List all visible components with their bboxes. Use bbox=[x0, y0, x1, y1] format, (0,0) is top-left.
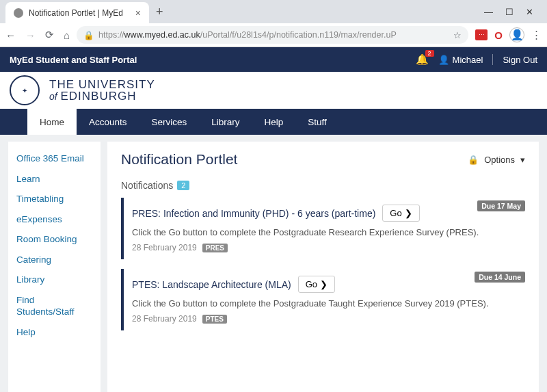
reload-icon[interactable]: ⟳ bbox=[45, 29, 54, 41]
nav-tab-library[interactable]: Library bbox=[199, 109, 252, 135]
options-menu[interactable]: 🔒 Options▾ bbox=[468, 155, 525, 165]
sidebar-item[interactable]: eExpenses bbox=[8, 209, 101, 230]
sidebar-item[interactable]: Help bbox=[8, 322, 101, 343]
star-icon[interactable]: ☆ bbox=[453, 30, 462, 40]
notif-description: Click the Go button to complete the Post… bbox=[132, 227, 517, 237]
section-title: Notifications 2 bbox=[121, 180, 525, 191]
browser-tab[interactable]: Notification Portlet | MyEd × bbox=[5, 2, 149, 24]
user-icon: 👤 bbox=[438, 55, 449, 65]
notif-title: PTES: Landscape Architecture (MLA) bbox=[132, 279, 291, 290]
forward-icon[interactable]: → bbox=[25, 29, 36, 41]
page-title: Notification Portlet bbox=[121, 151, 237, 168]
back-icon[interactable]: ← bbox=[5, 29, 16, 41]
user-menu[interactable]: 👤 Michael bbox=[438, 55, 483, 65]
profile-icon[interactable]: 👤 bbox=[509, 27, 524, 42]
uni-line-1: THE UNIVERSITY bbox=[49, 79, 155, 90]
sidebar-item[interactable]: Office 365 Email bbox=[8, 148, 101, 169]
options-label: Options bbox=[484, 155, 515, 165]
url-prefix: https:// bbox=[98, 30, 124, 40]
due-badge: Due 14 June bbox=[475, 272, 525, 283]
notif-tag: PTES bbox=[202, 315, 227, 324]
content-panel: Notification Portlet 🔒 Options▾ Notifica… bbox=[107, 142, 539, 392]
sidebar-item[interactable]: Catering bbox=[8, 250, 101, 270]
lock-icon: 🔒 bbox=[468, 155, 479, 165]
due-badge: Due 17 May bbox=[477, 200, 525, 211]
divider bbox=[492, 54, 493, 65]
opera-icon[interactable]: O bbox=[494, 29, 503, 41]
url-host: www.myed.ed.ac.uk bbox=[124, 30, 200, 40]
nav-tab-home[interactable]: Home bbox=[27, 109, 77, 135]
minimize-icon[interactable]: — bbox=[484, 7, 493, 17]
tab-bar: Notification Portlet | MyEd × + — ☐ ✕ bbox=[0, 0, 547, 23]
notif-date: 28 February 2019 bbox=[132, 243, 197, 252]
logo-band: ✦ THE UNIVERSITY of EDINBURGH bbox=[0, 72, 547, 109]
notif-count: 2 bbox=[177, 181, 189, 190]
notif-date: 28 February 2019 bbox=[132, 314, 197, 324]
menu-icon[interactable]: ⋮ bbox=[531, 29, 542, 41]
sidebar-item[interactable]: Learn bbox=[8, 169, 101, 190]
go-button[interactable]: Go ❯ bbox=[298, 276, 335, 293]
tab-title: Notification Portlet | MyEd bbox=[29, 8, 123, 18]
content-header: Notification Portlet 🔒 Options▾ bbox=[121, 151, 525, 168]
chevron-right-icon: ❯ bbox=[320, 279, 328, 289]
tab-close-icon[interactable]: × bbox=[135, 8, 141, 18]
main-nav: HomeAccountsServicesLibraryHelpStuff bbox=[0, 109, 547, 135]
nav-icons: ← → ⟳ ⌂ bbox=[5, 29, 70, 41]
notif-count-badge: 2 bbox=[425, 50, 434, 57]
chevron-right-icon: ❯ bbox=[405, 208, 412, 218]
username: Michael bbox=[453, 55, 483, 65]
notifications-section: Notifications 2 Due 17 MayPRES: Infectio… bbox=[121, 180, 525, 330]
notif-tag: PRES bbox=[202, 244, 228, 252]
university-crest: ✦ bbox=[10, 75, 40, 105]
window-controls: — ☐ ✕ bbox=[476, 7, 542, 17]
extension-icon[interactable]: ⋯ bbox=[475, 29, 488, 40]
go-button[interactable]: Go ❯ bbox=[382, 205, 419, 222]
notif-header-row: PTES: Landscape Architecture (MLA)Go ❯ bbox=[132, 276, 517, 293]
nav-tab-accounts[interactable]: Accounts bbox=[77, 109, 139, 135]
notif-header-row: PRES: Infection and Immunity (PHD) - 6 y… bbox=[132, 205, 517, 222]
url-text: https://www.myed.ed.ac.uk/uPortal/f/u28l… bbox=[98, 30, 397, 40]
browser-chrome: Notification Portlet | MyEd × + — ☐ ✕ ← … bbox=[0, 0, 547, 47]
sidebar-item[interactable]: Library bbox=[8, 270, 101, 290]
new-tab-button[interactable]: + bbox=[149, 5, 170, 19]
maximize-icon[interactable]: ☐ bbox=[505, 7, 513, 17]
favicon bbox=[14, 8, 23, 18]
close-window-icon[interactable]: ✕ bbox=[526, 7, 533, 17]
chevron-down-icon: ▾ bbox=[520, 155, 525, 165]
university-name: THE UNIVERSITY of EDINBURGH bbox=[49, 79, 155, 102]
address-bar: ← → ⟳ ⌂ 🔒 https://www.myed.ed.ac.uk/uPor… bbox=[0, 23, 547, 47]
toolbar-right: ⋯ O 👤 ⋮ bbox=[475, 27, 542, 42]
url-field[interactable]: 🔒 https://www.myed.ed.ac.uk/uPortal/f/u2… bbox=[77, 26, 468, 44]
sidebar-item[interactable]: Timetabling bbox=[8, 189, 101, 209]
lock-icon: 🔒 bbox=[83, 30, 94, 40]
notif-meta: 28 February 2019PRES bbox=[132, 243, 517, 252]
notification-card: Due 14 JunePTES: Landscape Architecture … bbox=[121, 269, 525, 330]
home-icon[interactable]: ⌂ bbox=[64, 29, 70, 41]
signout-link[interactable]: Sign Out bbox=[503, 55, 537, 65]
portal-top-bar: MyEd Student and Staff Portal 🔔 2 👤 Mich… bbox=[0, 47, 547, 72]
main-area: Office 365 EmailLearnTimetablingeExpense… bbox=[0, 135, 547, 392]
uni-line-2: of EDINBURGH bbox=[49, 90, 155, 102]
notif-title: PRES: Infection and Immunity (PHD) - 6 y… bbox=[132, 208, 375, 219]
notif-description: Click the Go button to complete the Post… bbox=[132, 298, 517, 309]
nav-tab-stuff[interactable]: Stuff bbox=[295, 109, 339, 135]
nav-tab-services[interactable]: Services bbox=[139, 109, 200, 135]
url-path: /uPortal/f/u28l1s4/p/notification.n119/m… bbox=[200, 30, 397, 40]
notification-bell[interactable]: 🔔 2 bbox=[416, 53, 429, 66]
sidebar-item[interactable]: Find Students/Staff bbox=[8, 290, 101, 322]
section-label: Notifications bbox=[121, 180, 173, 191]
nav-tab-help[interactable]: Help bbox=[252, 109, 296, 135]
notification-card: Due 17 MayPRES: Infection and Immunity (… bbox=[121, 198, 525, 259]
sidebar: Office 365 EmailLearnTimetablingeExpense… bbox=[8, 142, 101, 392]
sidebar-item[interactable]: Room Booking bbox=[8, 229, 101, 250]
portal-title: MyEd Student and Staff Portal bbox=[10, 55, 137, 65]
notif-meta: 28 February 2019PTES bbox=[132, 314, 517, 324]
